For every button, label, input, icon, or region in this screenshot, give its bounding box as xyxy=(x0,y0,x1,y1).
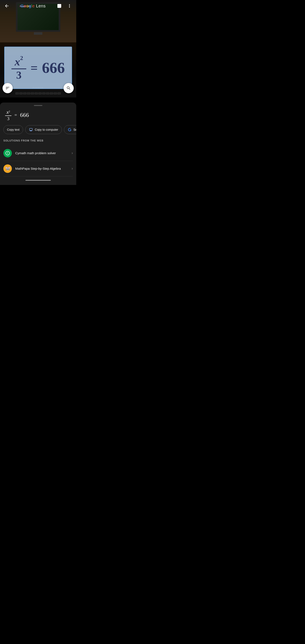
copy-text-label: Copy text xyxy=(7,128,20,131)
mathpapa-item[interactable]: 🐭 MathPapa Step-by-Step Algebra › xyxy=(4,161,73,176)
top-bar-icons xyxy=(55,2,74,10)
mathpapa-name: MathPapa Step-by-Step Algebra xyxy=(15,167,72,170)
r-numerator: x 2 xyxy=(6,109,10,115)
tv-stand xyxy=(34,32,42,35)
camera-area: Google Lens Pixelbook xyxy=(0,0,76,106)
home-indicator xyxy=(26,180,51,181)
copy-text-button[interactable]: Copy text xyxy=(4,125,23,134)
back-button[interactable] xyxy=(2,2,11,10)
filter-fab[interactable] xyxy=(2,83,13,93)
search-label: Search xyxy=(74,128,76,131)
title-o1: o xyxy=(24,4,26,8)
r-equals: = xyxy=(14,112,17,118)
copy-to-computer-label: Copy to computer xyxy=(35,128,58,131)
image-button[interactable] xyxy=(55,2,64,10)
action-buttons-row: Copy text Copy to computer Search xyxy=(4,125,73,134)
cymath-name: Cymath math problem solver xyxy=(15,151,72,155)
search-button[interactable]: Search xyxy=(64,125,76,134)
bottom-sheet: x 2 3 = 666 Copy text Copy to computer xyxy=(0,102,76,185)
r-denominator: 3 xyxy=(7,116,10,121)
r-sup: 2 xyxy=(9,110,10,113)
copy-to-computer-icon xyxy=(29,128,33,132)
title-g1: G xyxy=(20,4,24,8)
cymath-logo xyxy=(4,149,12,158)
copy-to-computer-button[interactable]: Copy to computer xyxy=(25,125,62,134)
mathpapa-chevron: › xyxy=(72,166,73,171)
mathpapa-logo: 🐭 xyxy=(4,164,12,173)
r-x: x xyxy=(6,109,9,115)
rendered-equation: x 2 3 = 666 xyxy=(5,109,73,121)
equation-display: x 2 3 = 666 xyxy=(12,56,65,80)
title-lens: Lens xyxy=(35,4,46,8)
solutions-section: SOLUTIONS FROM THE WEB Cymath math probl… xyxy=(4,139,73,176)
fraction-denom: 3 xyxy=(16,70,22,80)
more-options-button[interactable] xyxy=(65,2,74,10)
fraction: x 2 3 xyxy=(12,56,26,80)
r-fraction: x 2 3 xyxy=(5,109,12,121)
top-bar: Google Lens xyxy=(0,0,76,12)
keyboard-keys xyxy=(16,92,61,94)
sheet-handle xyxy=(34,105,42,106)
cymath-item[interactable]: Cymath math problem solver › xyxy=(4,146,73,161)
fraction-numerator: x 2 xyxy=(14,56,23,68)
title-g2: g xyxy=(29,4,31,8)
equals-sign: = xyxy=(30,60,38,75)
title-e: e xyxy=(32,4,35,8)
solutions-label: SOLUTIONS FROM THE WEB xyxy=(4,139,73,142)
google-g-icon xyxy=(68,128,72,132)
app-title: Google Lens xyxy=(20,4,46,8)
search-fab[interactable] xyxy=(64,83,74,93)
equation-rhs: 666 xyxy=(42,59,65,77)
cymath-chevron: › xyxy=(72,151,73,155)
selection-box[interactable]: x 2 3 = 666 xyxy=(4,46,72,89)
r-rhs: 666 xyxy=(20,112,29,118)
title-o2: o xyxy=(26,4,29,8)
